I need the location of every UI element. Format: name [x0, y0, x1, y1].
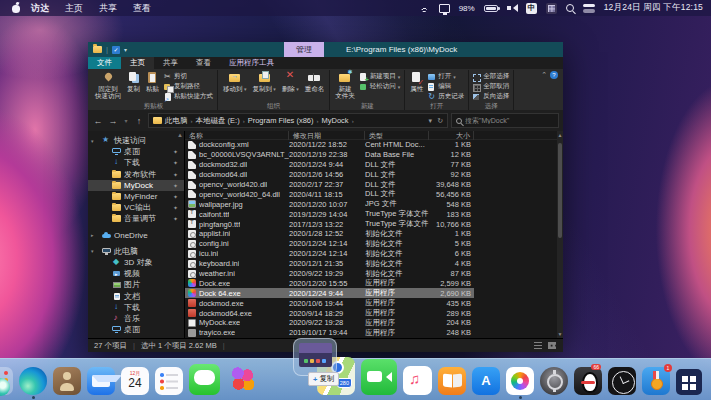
scrollbar-thumb[interactable] — [558, 143, 562, 238]
details-view-icon[interactable] — [533, 341, 543, 350]
column-header-0[interactable]: 名称 — [185, 131, 289, 140]
ribbon-button-重命名[interactable]: 重命名 — [303, 70, 327, 93]
input-method-icon[interactable]: 中 — [526, 3, 537, 14]
search-icon[interactable] — [566, 4, 574, 12]
address-dropdown-icon[interactable]: ▾ — [429, 117, 433, 125]
table-row[interactable]: applist.ini2020/1/28 12:52初始化文件1 KB — [185, 229, 563, 239]
chevron-icon[interactable]: ▸ — [91, 232, 94, 238]
menu-item-0[interactable]: 访达 — [31, 2, 49, 15]
ribbon-button-新建项目[interactable]: 新建项目▾ — [359, 72, 402, 81]
scroll-up-icon[interactable]: ▲ — [557, 132, 563, 138]
table-row[interactable]: config.ini2020/12/24 12:14初始化文件5 KB — [185, 239, 563, 249]
sidebar-item-下载[interactable]: 下载✦ — [88, 157, 184, 168]
table-row[interactable]: pingfang0.ttf2017/12/3 13:22TrueType 字体文… — [185, 219, 563, 229]
ribbon-button-复制到[interactable]: 复制到 ▾ — [250, 70, 277, 94]
menu-item-2[interactable]: 共享 — [99, 2, 117, 15]
breadcrumb-item-0[interactable]: 此电脑 — [165, 116, 188, 126]
column-header-1[interactable]: 修改日期 — [289, 131, 365, 140]
ribbon-button-新建文件夹[interactable]: 新建文件夹 — [333, 70, 357, 100]
table-row[interactable]: Dock.exe2020/12/20 15:55应用程序2,599 KB — [185, 278, 563, 288]
display-icon[interactable] — [439, 4, 450, 13]
ribbon-tab-0[interactable]: 文件 — [88, 57, 121, 69]
ribbon-button-全部选择[interactable]: 全部选择 — [472, 72, 510, 81]
sidebar-item-3D 对象[interactable]: 3D 对象 — [88, 257, 184, 268]
control-center-icon[interactable] — [583, 3, 595, 13]
apple-menu-icon[interactable] — [12, 3, 21, 13]
sidebar-item-桌面[interactable]: 桌面 — [88, 324, 184, 335]
sidebar-item-桌面[interactable]: 桌面✦ — [88, 146, 184, 157]
menu-item-1[interactable]: 主页 — [65, 2, 83, 15]
breadcrumb-item-3[interactable]: MyDock — [322, 116, 349, 125]
forward-button[interactable]: → — [107, 116, 119, 126]
ribbon-tab-4[interactable]: 应用程序工具 — [220, 57, 283, 69]
ribbon-button-固定到快速访问[interactable]: 固定到快速访问 — [93, 70, 123, 100]
ribbon-tab-2[interactable]: 共享 — [154, 57, 187, 69]
quick-access-customize-icon[interactable]: ▾ — [124, 46, 127, 53]
battery-icon[interactable] — [484, 5, 498, 12]
wifi-icon[interactable] — [419, 4, 430, 13]
ribbon-button-剪切[interactable]: 剪切 — [163, 72, 214, 81]
table-row[interactable]: bc_00000LVSQV3ARNLT_05.db2020/12/19 22:3… — [185, 150, 563, 160]
sidebar-item-发布软件[interactable]: 发布软件✦ — [88, 169, 184, 180]
ribbon-button-反向选择[interactable]: 反向选择 — [472, 92, 510, 101]
scroll-down-icon[interactable]: ▼ — [557, 331, 563, 337]
table-row[interactable]: wallpaper.jpg2020/12/20 10:07JPG 文件548 K… — [185, 199, 563, 209]
keyboard-layout-icon[interactable] — [546, 3, 557, 14]
refresh-icon[interactable]: ↻ — [437, 117, 443, 125]
ribbon-tab-3[interactable]: 查看 — [187, 57, 220, 69]
menu-item-3[interactable]: 查看 — [133, 2, 151, 15]
windows-icon[interactable] — [676, 369, 702, 395]
table-row[interactable]: trayico.exe2019/10/17 19:44应用程序248 KB — [185, 328, 563, 338]
rewards-icon[interactable]: 1 — [642, 367, 670, 395]
sidebar-item-下载[interactable]: 下载 — [88, 302, 184, 313]
sidebar-section-快速访问[interactable]: ▾快速访问 — [88, 135, 184, 146]
ribbon-button-轻松访问[interactable]: 轻松访问▾ — [359, 82, 402, 91]
table-row[interactable]: opencv_world420_64.dll2020/4/11 18:15DLL… — [185, 189, 563, 199]
chevron-icon[interactable]: ▾ — [91, 248, 94, 254]
help-icon[interactable]: ? — [550, 71, 558, 79]
menu-bar-clock[interactable]: 12月24日 周四 下午12:15 — [604, 2, 703, 14]
sidebar-item-VC输出[interactable]: VC输出✦ — [88, 202, 184, 213]
list-scrollbar[interactable]: ▲ ▼ — [557, 131, 563, 338]
contacts-icon[interactable] — [53, 367, 81, 395]
up-button[interactable]: ↑ — [133, 116, 145, 126]
table-row[interactable]: keyboard.ini2020/12/1 21:35初始化文件4 KB — [185, 259, 563, 269]
column-header-3[interactable]: 大小 — [429, 131, 474, 140]
search-input[interactable] — [465, 117, 554, 124]
table-row[interactable]: dockmod32.dll2020/12/24 9:44DLL 文件77 KB — [185, 160, 563, 170]
column-header-2[interactable]: 类型 — [365, 131, 429, 140]
qq-icon[interactable]: 66 — [574, 367, 602, 395]
quick-access-properties-icon[interactable]: ✓ — [112, 46, 120, 54]
table-row[interactable]: icu.ini2020/12/24 12:14初始化文件6 KB — [185, 249, 563, 259]
ribbon-button-粘贴[interactable]: 粘贴 — [144, 70, 161, 93]
ribbon-tab-1[interactable]: 主页 — [121, 57, 154, 69]
edge-icon[interactable] — [19, 367, 47, 395]
table-row[interactable]: caifont.ttf2019/12/29 14:04TrueType 字体文件… — [185, 209, 563, 219]
chevron-icon[interactable]: ▾ — [91, 138, 94, 144]
back-button[interactable]: ← — [92, 116, 104, 126]
sidebar-item-文档[interactable]: 文档 — [88, 290, 184, 301]
sidebar-section-此电脑[interactable]: ▾此电脑 — [88, 246, 184, 257]
table-row[interactable]: dockmod64.exe2020/9/14 18:29应用程序289 KB — [185, 308, 563, 318]
books-icon[interactable] — [438, 367, 466, 395]
table-row[interactable]: dockmod.exe2020/10/6 19:44应用程序435 KB — [185, 298, 563, 308]
sidebar-section-OneDrive[interactable]: ▸OneDrive — [88, 230, 184, 241]
sidebar-item-MyFinder[interactable]: MyFinder✦ — [88, 191, 184, 202]
sidebar-item-图片[interactable]: 图片 — [88, 279, 184, 290]
ribbon-button-复制路径[interactable]: 复制路径 — [163, 82, 214, 91]
photos-icon[interactable] — [506, 367, 534, 395]
table-row[interactable]: MyDock.exe2020/9/22 19:28应用程序204 KB — [185, 318, 563, 328]
ribbon-button-删除[interactable]: 删除 ▾ — [280, 70, 301, 94]
facetime-icon[interactable] — [361, 359, 397, 395]
table-row[interactable]: dockconfig.xml2020/11/22 18:52Cent HTML … — [185, 140, 563, 150]
title-bar[interactable]: | ✓ ▾ 管理 E:\Program Files (x86)\MyDock — [88, 42, 563, 57]
ribbon-button-粘贴快捷方式[interactable]: 粘贴快捷方式 — [163, 92, 214, 101]
ribbon-button-编辑[interactable]: 编辑 — [427, 82, 465, 91]
sidebar-item-MyDock[interactable]: MyDock✦ — [88, 180, 184, 191]
ribbon-button-移动到[interactable]: 移动到 ▾ — [221, 70, 248, 94]
appstore-icon[interactable] — [472, 367, 500, 395]
mail-icon[interactable] — [87, 367, 115, 395]
volume-icon[interactable] — [507, 4, 517, 13]
media-icon[interactable] — [226, 362, 259, 395]
ribbon-collapse-icon[interactable]: ⌃ — [541, 71, 547, 79]
